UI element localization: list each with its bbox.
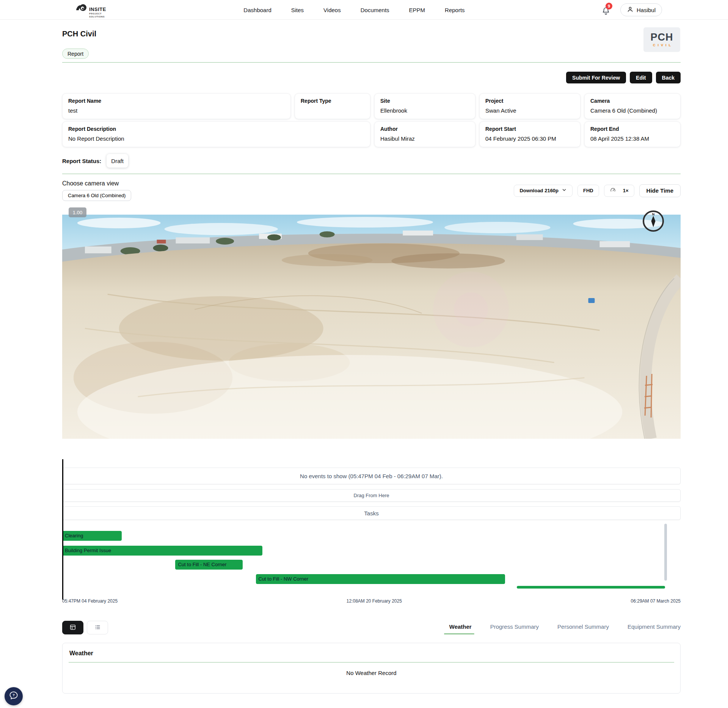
layout-view-icon bbox=[69, 624, 76, 632]
field-value: Camera 6 Old (Combined) bbox=[590, 107, 675, 114]
edit-button[interactable]: Edit bbox=[630, 72, 652, 83]
nav-item-dashboard[interactable]: Dashboard bbox=[243, 7, 271, 13]
insite-brand[interactable]: INSITE PROJECT SOLUTIONS bbox=[75, 4, 106, 18]
field-value: 04 February 2025 06:30 PM bbox=[485, 135, 574, 142]
header-divider bbox=[62, 62, 681, 63]
help-chat-button[interactable]: ? bbox=[5, 687, 23, 705]
timeline-events-box: No events to show (05:47PM 04 Feb - 06:2… bbox=[62, 468, 681, 484]
field-label: Report Start bbox=[485, 126, 574, 132]
list-view-icon bbox=[94, 624, 101, 632]
top-navbar: INSITE PROJECT SOLUTIONS DashboardSitesV… bbox=[0, 0, 728, 20]
field-label: Report End bbox=[590, 126, 675, 132]
field-value: 08 April 2025 12:38 AM bbox=[590, 135, 675, 142]
timeline-tasks-header: Tasks bbox=[62, 506, 681, 520]
report-status-value: Draft bbox=[107, 154, 128, 168]
field-card-report-description: Report DescriptionNo Report Description bbox=[62, 121, 370, 147]
field-label: Report Name bbox=[68, 98, 285, 104]
task-bar-clearing[interactable]: Clearing bbox=[62, 531, 122, 541]
task-bar[interactable] bbox=[517, 586, 665, 589]
timeline-section: No events to show (05:47PM 04 Feb - 06:2… bbox=[62, 459, 681, 604]
tab-equipment-summary[interactable]: Equipment Summary bbox=[628, 623, 681, 634]
field-value: Ellenbrook bbox=[380, 107, 469, 114]
timeline-drag-box[interactable]: Drag From Here bbox=[62, 489, 681, 502]
submit-for-review-button[interactable]: Submit For Review bbox=[566, 72, 626, 83]
field-card-report-start: Report Start04 February 2025 06:30 PM bbox=[479, 121, 581, 147]
gantt-chart: ClearingBuilding Permit IssueCut to Fill… bbox=[62, 523, 681, 596]
choose-camera-label: Choose camera view bbox=[62, 180, 131, 187]
brand-sub-line1: PROJECT bbox=[89, 13, 106, 15]
tab-personnel-summary[interactable]: Personnel Summary bbox=[557, 623, 609, 634]
user-icon bbox=[627, 6, 634, 14]
weather-panel: Weather No Weather Record bbox=[62, 643, 681, 694]
field-label: Camera bbox=[590, 98, 675, 104]
download-quality-dropdown[interactable]: Download 2160p bbox=[514, 185, 573, 197]
user-menu-button[interactable]: Hasibul bbox=[620, 3, 662, 16]
fhd-label: FHD bbox=[583, 188, 593, 193]
pch-civil-logo: PCH CIVIL bbox=[643, 27, 680, 52]
field-card-author: AuthorHasibul Miraz bbox=[374, 121, 475, 147]
weather-divider bbox=[69, 662, 674, 662]
axis-date: 06:29AM 07 March 2025 bbox=[631, 598, 681, 604]
nav-item-eppm[interactable]: EPPM bbox=[409, 7, 425, 13]
help-chat-icon: ? bbox=[8, 690, 19, 702]
zoom-level-badge: 1.00 bbox=[69, 207, 86, 217]
field-value: Swan Active bbox=[485, 107, 574, 114]
field-label: Report Description bbox=[68, 126, 364, 132]
download-label: Download 2160p bbox=[519, 188, 559, 193]
brand-name: INSITE bbox=[89, 7, 106, 12]
bell-icon bbox=[601, 10, 610, 17]
notification-badge: 9 bbox=[606, 3, 612, 9]
field-card-camera: CameraCamera 6 Old (Combined) bbox=[584, 93, 681, 119]
field-card-site: SiteEllenbrook bbox=[374, 93, 475, 119]
brand-sub-line2: SOLUTIONS bbox=[89, 16, 106, 18]
weather-panel-title: Weather bbox=[69, 650, 674, 657]
pch-logo-top: PCH bbox=[650, 32, 673, 42]
nav-menu: DashboardSitesVideosDocumentsEPPMReports bbox=[243, 0, 464, 20]
fhd-quality-button[interactable]: FHD bbox=[577, 185, 599, 197]
report-fields-grid: Report NametestReport TypeSiteEllenbrook… bbox=[62, 93, 681, 147]
field-label: Site bbox=[380, 98, 469, 104]
task-bar-building-permit-issue[interactable]: Building Permit Issue bbox=[62, 546, 262, 556]
task-bar-cut-to-fill-ne-corner[interactable]: Cut to Fill - NE Corner bbox=[175, 560, 243, 570]
field-card-report-name: Report Nametest bbox=[62, 93, 291, 119]
task-bar-cut-to-fill-nw-corner[interactable]: Cut to Fill - NW Corner bbox=[256, 574, 505, 584]
field-card-report-end: Report End08 April 2025 12:38 AM bbox=[584, 121, 681, 147]
camera-viewer[interactable]: 1.00 bbox=[62, 215, 681, 439]
camera-select-button[interactable]: Camera 6 Old (Combined) bbox=[62, 190, 131, 201]
field-card-project: ProjectSwan Active bbox=[479, 93, 581, 119]
nav-item-videos[interactable]: Videos bbox=[323, 7, 341, 13]
nav-item-reports[interactable]: Reports bbox=[445, 7, 465, 13]
field-label: Project bbox=[485, 98, 574, 104]
axis-date: 05:47PM 04 February 2025 bbox=[62, 598, 118, 604]
gantt-scrollbar[interactable] bbox=[664, 524, 667, 581]
timeline-axis: 05:47PM 04 February 202512:08AM 20 Febru… bbox=[62, 598, 681, 604]
tab-progress-summary[interactable]: Progress Summary bbox=[490, 623, 539, 634]
field-value: No Report Description bbox=[68, 135, 364, 142]
timeline-playhead[interactable] bbox=[62, 459, 63, 600]
field-label: Report Type bbox=[301, 98, 364, 104]
field-value: test bbox=[68, 107, 285, 114]
field-value bbox=[301, 107, 364, 114]
svg-text:?: ? bbox=[13, 693, 15, 697]
pch-logo-bottom: CIVIL bbox=[653, 43, 673, 47]
field-card-report-type: Report Type bbox=[295, 93, 370, 119]
status-divider bbox=[62, 174, 681, 174]
summary-tabs: WeatherProgress SummaryPersonnel Summary… bbox=[449, 623, 681, 634]
notifications-button[interactable]: 9 bbox=[601, 6, 610, 16]
weather-empty-message: No Weather Record bbox=[69, 670, 674, 676]
nav-item-sites[interactable]: Sites bbox=[291, 7, 304, 13]
nav-item-documents[interactable]: Documents bbox=[361, 7, 389, 13]
playback-speed-button[interactable]: 1× bbox=[604, 185, 634, 197]
tab-weather[interactable]: Weather bbox=[449, 623, 472, 634]
hide-time-button[interactable]: Hide Time bbox=[639, 184, 681, 197]
page-title: PCH Civil bbox=[62, 30, 681, 38]
panel-view-toggle[interactable] bbox=[62, 621, 83, 634]
list-view-toggle[interactable] bbox=[87, 621, 108, 634]
report-type-badge: Report bbox=[62, 49, 89, 59]
back-button[interactable]: Back bbox=[656, 72, 681, 83]
insite-logo-icon bbox=[75, 4, 88, 15]
camera-photo bbox=[62, 215, 681, 439]
compass-north-label: N bbox=[652, 212, 655, 216]
field-label: Author bbox=[380, 126, 469, 132]
gauge-icon bbox=[610, 187, 616, 195]
